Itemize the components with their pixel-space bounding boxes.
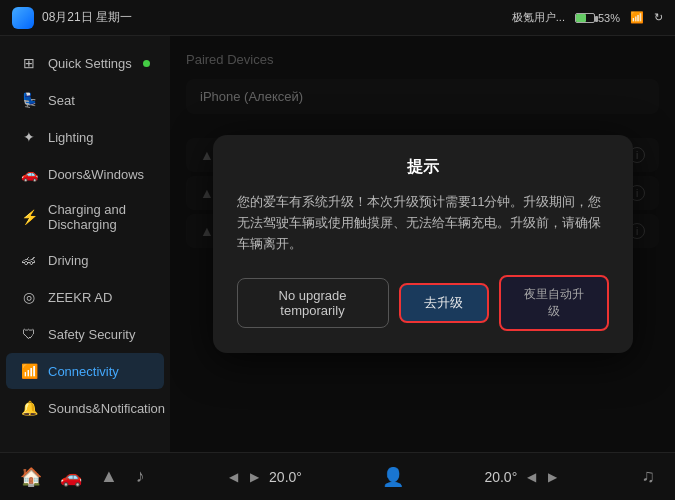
sidebar-label-doors: Doors&Windows: [48, 167, 144, 182]
sidebar-label-sounds: Sounds&Notification: [48, 401, 165, 416]
sidebar-item-lighting[interactable]: ✦ Lighting: [6, 119, 164, 155]
user-label: 极氪用户...: [512, 10, 565, 25]
sidebar-item-driving[interactable]: 🏎 Driving: [6, 242, 164, 278]
sidebar-label-driving: Driving: [48, 253, 88, 268]
sidebar-item-sounds[interactable]: 🔔 Sounds&Notification: [6, 390, 164, 426]
sidebar-label-connectivity: Connectivity: [48, 364, 119, 379]
temp-arrows-right: ◀ ▶: [523, 468, 561, 486]
sidebar-label-quick-settings: Quick Settings: [48, 56, 132, 71]
temp-down-left[interactable]: ◀: [225, 468, 242, 486]
temp-up-right[interactable]: ▶: [544, 468, 561, 486]
no-upgrade-button[interactable]: No upgrade temporarily: [237, 278, 389, 328]
car-icon[interactable]: 🚗: [60, 466, 82, 488]
sidebar-item-seat[interactable]: 💺 Seat: [6, 82, 164, 118]
date-label: 08月21日 星期一: [42, 9, 132, 26]
battery-pct: 53%: [598, 12, 620, 24]
sidebar-item-charging[interactable]: ⚡ Charging and Discharging: [6, 193, 164, 241]
bottom-icons-left: 🏠 🚗 ▲ ♪: [20, 466, 145, 488]
temp-display-right: 20.0° ◀ ▶: [484, 468, 561, 486]
safety-icon: 🛡: [20, 325, 38, 343]
modal-title: 提示: [237, 157, 609, 178]
temp-display-left: ◀ ▶ 20.0°: [225, 468, 302, 486]
upgrade-modal: 提示 您的爱车有系统升级！本次升级预计需要11分钟。升级期间，您无法驾驶车辆或使…: [213, 135, 633, 354]
sidebar-item-zeekr-ad[interactable]: ◎ ZEEKR AD: [6, 279, 164, 315]
temp-up-left[interactable]: ▶: [246, 468, 263, 486]
active-dot: [143, 60, 150, 67]
music-icon[interactable]: ♪: [136, 466, 145, 487]
top-bar-left: 08月21日 星期一: [12, 7, 132, 29]
nav-icon[interactable]: ▲: [100, 466, 118, 487]
battery-indicator: 53%: [575, 12, 620, 24]
sidebar-label-seat: Seat: [48, 93, 75, 108]
driving-icon: 🏎: [20, 251, 38, 269]
temp-value-left: 20.0°: [269, 469, 302, 485]
sidebar: ⊞ Quick Settings 💺 Seat ✦ Lighting 🚗 Doo…: [0, 36, 170, 452]
sidebar-item-doors-windows[interactable]: 🚗 Doors&Windows: [6, 156, 164, 192]
doors-icon: 🚗: [20, 165, 38, 183]
bottom-bar: 🏠 🚗 ▲ ♪ ◀ ▶ 20.0° 👤 20.0° ◀ ▶ ♫: [0, 452, 675, 500]
app-icon: [12, 7, 34, 29]
quick-settings-icon: ⊞: [20, 54, 38, 72]
sounds-icon: 🔔: [20, 399, 38, 417]
seat-icon: 💺: [20, 91, 38, 109]
music-note-icon[interactable]: ♫: [641, 466, 655, 487]
bottom-icons-right: ♫: [641, 466, 655, 487]
modal-buttons: No upgrade temporarily 去升级 夜里自动升级: [237, 275, 609, 331]
auto-upgrade-button[interactable]: 夜里自动升级: [499, 275, 609, 331]
zeekr-icon: ◎: [20, 288, 38, 306]
signal-icon: 📶: [630, 11, 644, 24]
sidebar-item-connectivity[interactable]: 📶 Connectivity: [6, 353, 164, 389]
temp-arrows-left: ◀ ▶: [225, 468, 263, 486]
temp-value-right: 20.0°: [484, 469, 517, 485]
sidebar-label-charging: Charging and Discharging: [48, 202, 150, 232]
sidebar-label-lighting: Lighting: [48, 130, 94, 145]
top-bar-right: 极氪用户... 53% 📶 ↻: [512, 10, 663, 25]
sidebar-label-zeekr: ZEEKR AD: [48, 290, 112, 305]
top-bar: 08月21日 星期一 极氪用户... 53% 📶 ↻: [0, 0, 675, 36]
sync-icon: ↻: [654, 11, 663, 24]
main-layout: ⊞ Quick Settings 💺 Seat ✦ Lighting 🚗 Doo…: [0, 36, 675, 452]
sidebar-item-quick-settings[interactable]: ⊞ Quick Settings: [6, 45, 164, 81]
lighting-icon: ✦: [20, 128, 38, 146]
bottom-icons-center: 👤: [382, 466, 404, 488]
connectivity-icon: 📶: [20, 362, 38, 380]
charging-icon: ⚡: [20, 208, 38, 226]
home-icon[interactable]: 🏠: [20, 466, 42, 488]
temp-down-right[interactable]: ◀: [523, 468, 540, 486]
upgrade-button[interactable]: 去升级: [399, 283, 489, 323]
modal-overlay: 提示 您的爱车有系统升级！本次升级预计需要11分钟。升级期间，您无法驾驶车辆或使…: [170, 36, 675, 452]
sidebar-label-safety: Safety Security: [48, 327, 135, 342]
sidebar-item-safety[interactable]: 🛡 Safety Security: [6, 316, 164, 352]
modal-body: 您的爱车有系统升级！本次升级预计需要11分钟。升级期间，您无法驾驶车辆或使用触摸…: [237, 192, 609, 256]
content-area: Paired Devices iPhone (Алексей) ▲ hunter…: [170, 36, 675, 452]
person-icon[interactable]: 👤: [382, 466, 404, 488]
